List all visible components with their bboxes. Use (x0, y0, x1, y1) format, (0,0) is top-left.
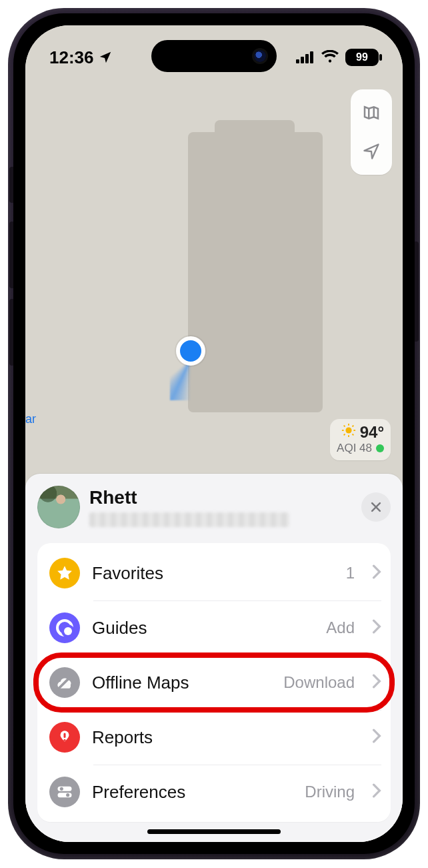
temperature-value: 94° (360, 423, 384, 442)
locate-me-button[interactable] (351, 132, 392, 171)
avatar[interactable] (37, 486, 80, 528)
home-indicator[interactable] (147, 829, 281, 834)
toggles-icon (49, 777, 80, 807)
svg-point-17 (60, 787, 63, 791)
phone-bezel: ar 12:36 (13, 13, 415, 854)
phone-frame: ar 12:36 (8, 8, 420, 859)
chevron-right-icon (372, 783, 381, 801)
reports-label: Reports (92, 727, 355, 748)
battery-indicator: 99 (345, 49, 379, 66)
wifi-icon (321, 47, 339, 68)
location-services-icon (98, 50, 113, 65)
user-location-dot[interactable] (176, 336, 205, 366)
report-icon (49, 722, 80, 753)
guides-row[interactable]: Guides Add (37, 600, 391, 655)
svg-point-4 (345, 427, 351, 433)
preferences-value: Driving (305, 783, 355, 801)
aqi-status-dot (376, 444, 384, 452)
favorites-row[interactable]: Favorites 1 (37, 546, 391, 600)
svg-line-12 (352, 426, 353, 427)
svg-rect-14 (63, 733, 65, 739)
map-mode-button[interactable] (351, 93, 392, 132)
guides-value: Add (326, 618, 355, 637)
profile-email-redacted (89, 512, 289, 527)
svg-rect-0 (296, 59, 299, 63)
front-camera-icon (254, 50, 266, 62)
chevron-right-icon (372, 729, 381, 746)
dynamic-island (151, 40, 277, 72)
offline-maps-label: Offline Maps (92, 673, 271, 693)
weather-badge[interactable]: 94° AQI 48 (330, 419, 391, 460)
offline-maps-row[interactable]: Offline Maps Download (37, 655, 391, 710)
chevron-right-icon (372, 564, 381, 582)
preferences-label: Preferences (92, 782, 293, 803)
reports-row[interactable]: Reports (37, 710, 391, 765)
svg-line-9 (343, 426, 345, 427)
status-time: 12:36 (49, 47, 94, 68)
svg-rect-15 (63, 739, 65, 741)
map-controls (351, 89, 392, 175)
favorites-count: 1 (346, 564, 355, 582)
favorites-label: Favorites (92, 563, 334, 584)
offline-maps-value: Download (283, 673, 355, 692)
svg-rect-3 (310, 51, 313, 63)
stage: ar 12:36 (0, 0, 428, 868)
cloud-off-icon (49, 667, 80, 698)
aqi-value: AQI 48 (337, 442, 372, 455)
close-button[interactable] (361, 492, 391, 522)
cellular-signal-icon (296, 47, 315, 68)
profile-header: Rhett (37, 486, 391, 528)
svg-point-19 (66, 793, 69, 797)
profile-sheet: Rhett Favorites 1 (25, 474, 403, 842)
svg-line-10 (352, 434, 353, 436)
map-poi-label[interactable]: ar (25, 412, 36, 426)
svg-line-11 (343, 434, 345, 436)
svg-rect-1 (301, 57, 304, 63)
star-icon (49, 558, 80, 588)
svg-rect-18 (58, 793, 72, 797)
screen: ar 12:36 (25, 25, 403, 842)
svg-rect-2 (305, 54, 309, 63)
svg-rect-16 (58, 787, 72, 791)
chevron-right-icon (372, 619, 381, 636)
preferences-row[interactable]: Preferences Driving (37, 765, 391, 819)
sun-icon (341, 423, 356, 442)
settings-list: Favorites 1 Guides Add (37, 543, 391, 822)
guides-label: Guides (92, 618, 314, 638)
guides-icon (49, 612, 80, 643)
chevron-right-icon (372, 674, 381, 691)
profile-name: Rhett (89, 487, 352, 508)
